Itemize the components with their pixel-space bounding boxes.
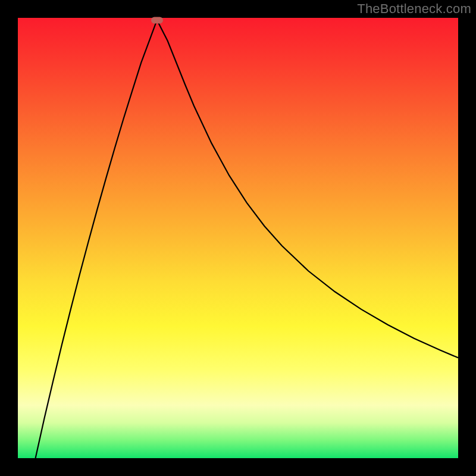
chart-frame: TheBottleneck.com (0, 0, 476, 476)
curve-svg (18, 18, 458, 458)
bottleneck-curve-path (36, 20, 458, 458)
plot-area (18, 18, 458, 458)
watermark-text: TheBottleneck.com (357, 1, 471, 17)
cusp-marker (151, 17, 163, 23)
